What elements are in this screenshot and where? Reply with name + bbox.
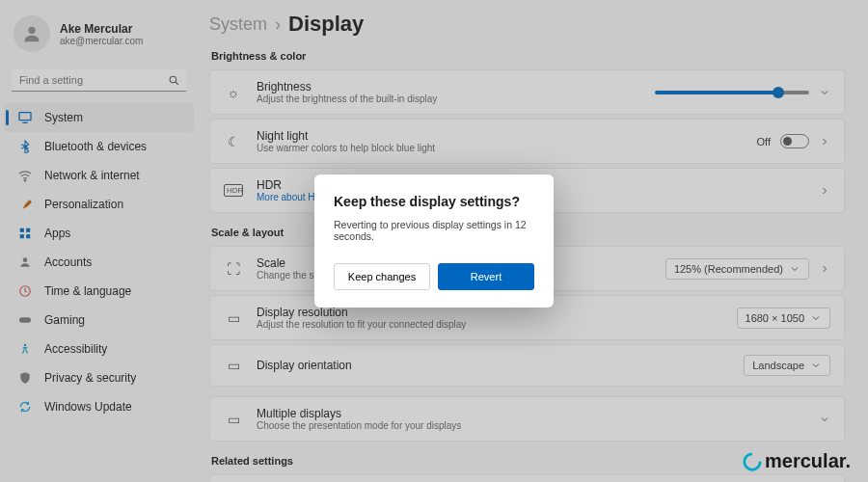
revert-button[interactable]: Revert (438, 263, 534, 290)
keep-changes-button[interactable]: Keep changes (334, 263, 430, 290)
mercular-logo-icon (742, 451, 763, 472)
modal-scrim: Keep these display settings? Reverting t… (0, 0, 868, 482)
dialog-body: Reverting to previous display settings i… (334, 219, 534, 242)
dialog-title: Keep these display settings? (334, 194, 534, 209)
keep-settings-dialog: Keep these display settings? Reverting t… (314, 174, 554, 308)
watermark: mercular. (742, 450, 851, 472)
svg-point-14 (745, 453, 761, 469)
